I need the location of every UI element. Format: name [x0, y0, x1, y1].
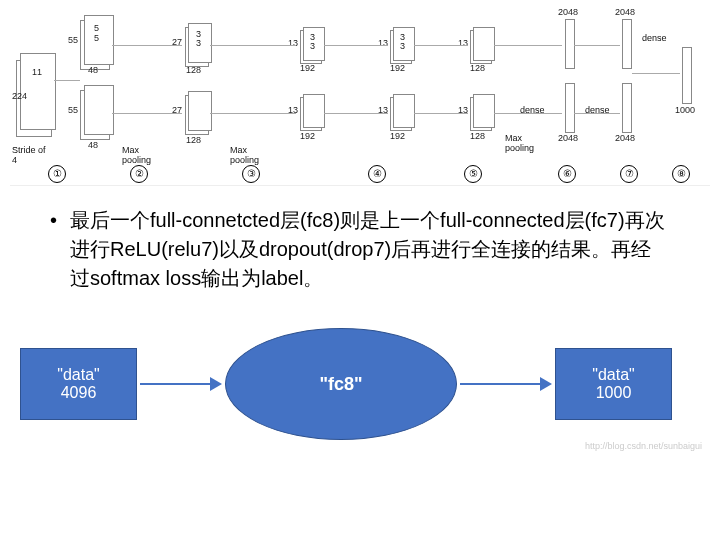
- layer-number-circle: ④: [368, 165, 386, 183]
- stride-label: Stride of 4: [12, 145, 50, 165]
- flow-ellipse-fc8: "fc8": [225, 328, 457, 440]
- arrow-icon: [460, 377, 552, 391]
- alexnet-architecture-diagram: 224 11 Stride of 4 5 5 55 48 55 48 Max p…: [10, 5, 710, 186]
- dim-label: 224: [12, 91, 27, 101]
- flow-box-data-4096: "data" 4096: [20, 348, 137, 420]
- layer-number-circle: ②: [130, 165, 148, 183]
- layer-number-circle: ③: [242, 165, 260, 183]
- flow-sub: 1000: [556, 384, 671, 402]
- layer-number-circle: ⑥: [558, 165, 576, 183]
- layer-number-circle: ⑦: [620, 165, 638, 183]
- arrow-icon: [140, 377, 222, 391]
- flow-title: "fc8": [319, 374, 362, 395]
- layer-number-circle: ⑧: [672, 165, 690, 183]
- flow-sub: 4096: [21, 384, 136, 402]
- layer-number-circle: ⑤: [464, 165, 482, 183]
- flow-title: "data": [21, 366, 136, 384]
- flow-box-data-1000: "data" 1000: [555, 348, 672, 420]
- flow-title: "data": [556, 366, 671, 384]
- dim-label: 11: [32, 67, 42, 77]
- layer-number-circle: ①: [48, 165, 66, 183]
- body-text: 最后一个full-connetcted层(fc8)则是上一个full-conne…: [70, 206, 670, 293]
- fc8-flow-diagram: "data" 4096 "fc8" "data" 1000 http://blo…: [10, 313, 710, 453]
- attribution-text: http://blog.csdn.net/sunbaigui: [585, 441, 702, 451]
